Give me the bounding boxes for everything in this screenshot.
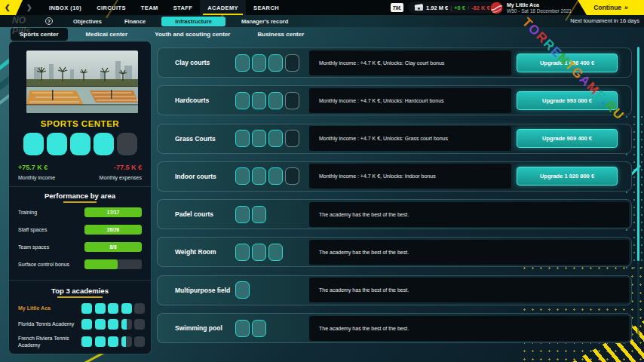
performance-label: Team spaces [18,244,84,250]
back-arrow-icon: ❮ [5,4,11,11]
tab-business-center[interactable]: Business center [248,28,313,41]
facility-level-square [235,54,250,72]
rating-square [134,319,145,330]
rating-square [134,303,145,314]
performance-value: 17/17 [84,207,142,217]
continue-label: Continue [593,4,621,11]
top-academies-list: My Little AcaFlorida Tennis AcademyFrenc… [18,303,145,349]
tab-sports-center[interactable]: Sports center [11,28,68,41]
performance-row-surface-control-bonus: Surface control bonus [18,259,142,269]
upgrade-button-grass-courts[interactable]: Upgrade 909 400 € [517,129,618,148]
performance-rows: Training17/17Staff spaces26/26Team space… [18,207,142,269]
sports-center-title: SPORTS CENTER [9,119,151,128]
divider [9,186,151,187]
facility-description-box: Monthly income : +4.7 K €, Unlocks: Hard… [309,88,511,113]
facility-level-square [235,320,250,337]
academy-rating [81,319,145,330]
infrastructure-tabs: Sports centerMedical centerYouth and sco… [11,28,313,41]
top-nav-circuits[interactable]: CIRCUITS [89,0,133,15]
facility-level-square [252,244,266,261]
facility-row-swimming-pool: Swimming poolThe academy has the best of… [157,313,632,343]
rating-square [134,336,145,347]
divider [9,280,151,281]
facility-row-indoor-courts: Indoor courtsMonthly income : +4.7 K €, … [157,161,632,192]
watermark-letter: R [533,29,550,47]
sub-nav-infrastructure[interactable]: Infrastructure [161,17,225,26]
facility-level-squares [235,281,250,299]
upgrade-button-clay-courts[interactable]: Upgrade 1 036 400 € [517,54,618,72]
club-name: My Little Aca [507,2,572,8]
separator: / [468,5,469,11]
balance-display: 1.92 M € | +0 € / -82 K € [408,2,496,14]
upgrade-button-indoor-courts[interactable]: Upgrade 1 020 800 € [517,167,618,186]
top-academies-title: Top 3 academies [9,287,151,295]
performance-bar: 8/8 [84,242,142,252]
facility-name: Grass Courts [175,124,216,154]
tab-medical-center[interactable]: Medical center [77,28,137,41]
facility-level-square [252,320,266,337]
separator: | [450,5,452,11]
rating-square [95,303,106,314]
facility-level-squares [235,54,299,72]
facility-description-box: Monthly income : +4.7 K €, Unlocks: Gras… [309,126,511,151]
academy-sub-nav: ? ObjectivesFinanceInfrastructureManager… [0,15,644,27]
sub-menu: ObjectivesFinanceInfrastructureManager's… [62,15,299,27]
tab-youth-and-scouting-center[interactable]: Youth and scouting center [146,28,239,41]
top-nav-search[interactable]: SEARCH [246,0,287,15]
performance-row-team-spaces: Team spaces8/8 [18,242,142,252]
academy-name: My Little Aca [18,305,81,311]
facility-row-grass-courts: Grass CourtsMonthly income : +4.7 K €, U… [157,124,632,154]
facility-level-square [235,92,250,109]
scrollbar-thumb[interactable] [637,47,639,261]
facility-row-multipurpose-field: Multipurpose fieldThe academy has the be… [157,275,632,305]
top-nav-team[interactable]: TEAM [133,0,166,15]
rating-square [95,319,106,330]
facility-level-square [268,54,283,72]
facility-level-square [235,206,250,223]
facility-level-square [252,167,266,185]
rating-square [121,336,132,347]
facility-description-box: Monthly income : +4.7 K €, Unlocks: Clay… [309,51,511,75]
facility-row-weight-room: Weight RoomThe academy has the best of t… [157,237,632,267]
performance-row-training: Training17/17 [18,207,142,217]
title-underline [63,201,97,203]
balance-value: 1.92 M € [426,5,448,11]
facility-level-square [252,54,266,72]
facility-level-square [285,130,299,147]
top-nav-academy[interactable]: ACADEMY [200,0,246,15]
academy-name: Florida Tennis Academy [18,321,81,327]
forward-button[interactable]: ❯ [26,0,32,15]
sports-center-level-rating [9,133,151,155]
sports-center-panel: SPORTS CENTER +75.7 K € -77.5 K € Monthl… [9,41,151,354]
facility-level-squares [235,167,299,185]
top-nav-inbox-10[interactable]: INBOX (10) [41,0,89,15]
club-text: My Little Aca W50 - Sat 18 December 2021 [507,2,572,14]
sub-nav-manager-s-record[interactable]: Manager's record [230,15,299,27]
sub-nav-finance[interactable]: Finance [113,15,157,27]
facility-description: Monthly income : +4.7 K €, Unlocks: Gras… [319,136,448,141]
rating-square [108,319,118,330]
help-icon[interactable]: ? [45,17,53,25]
academy-rating [81,336,145,347]
facility-level-square [285,167,299,185]
performance-value: 8/8 [84,242,142,252]
facility-level-square [285,54,299,72]
expense-delta: -82 K € [471,5,490,11]
monthly-income-label: Monthly income [18,175,55,180]
top-nav-staff[interactable]: STAFF [166,0,201,15]
continue-button[interactable]: Continue » [578,0,644,15]
club-info: My Little Aca W50 - Sat 18 December 2021 [490,2,572,14]
facility-level-square [268,92,283,109]
rating-square [81,336,92,347]
facility-level-squares [235,206,266,223]
facility-description: The academy has the best of the best. [319,212,409,217]
top-menu: INBOX (10)CIRCUITSTEAMSTAFFACADEMYSEARCH [41,0,287,15]
facility-list: Clay courtsMonthly income : +4.7 K €, Un… [157,48,632,343]
facility-level-squares [235,244,283,261]
rating-square [121,303,132,314]
rating-square [81,303,92,314]
facility-level-square [235,167,250,185]
facility-level-square [268,130,283,147]
facility-row-hardcourts: HardcourtsMonthly income : +4.7 K €, Unl… [157,85,632,115]
upgrade-button-hardcourts[interactable]: Upgrade 993 000 € [517,91,618,110]
